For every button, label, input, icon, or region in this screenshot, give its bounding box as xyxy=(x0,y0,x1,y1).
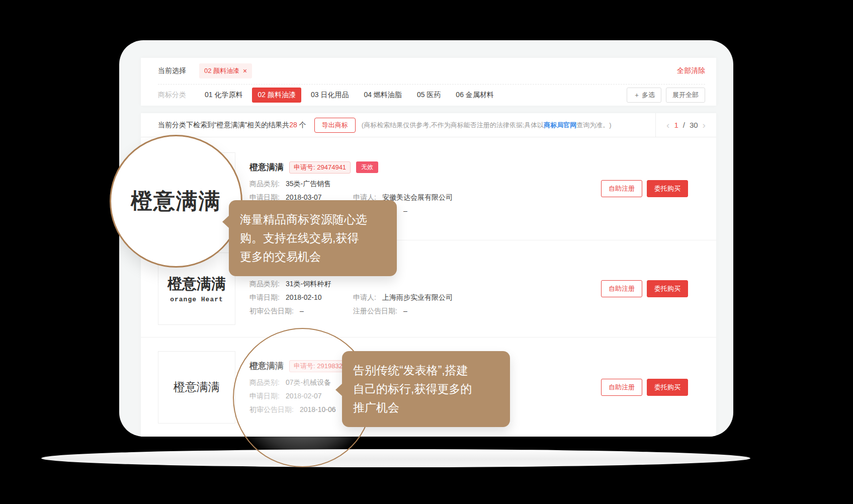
tooltip-line: 自己的标行,获得更多的 xyxy=(353,380,499,398)
results-summary-prefix: 当前分类下检索到“橙意满满”相关的结果共 xyxy=(158,121,289,129)
category-value: 31类-饲料种籽 xyxy=(286,280,331,289)
tooltip-line: 更多的交易机会 xyxy=(240,247,386,266)
tooltip-line: 推广机会 xyxy=(353,398,499,417)
disclaimer-note: (商标检索结果仅供参考,不作为商标能否注册的法律依据;具体以商标局官网查询为准。… xyxy=(362,121,612,130)
category-item-02-selected[interactable]: 02 颜料油漆 xyxy=(252,88,301,103)
page-separator: / xyxy=(683,121,685,129)
tooltip-arrow-icon xyxy=(222,215,229,228)
category-row: 商标分类 01 化学原料 02 颜料油漆 03 日化用品 04 燃料油脂 05 … xyxy=(158,85,705,106)
application-number-value: 29474941 xyxy=(317,163,346,171)
application-number-badge: 申请号: 29474941 xyxy=(289,161,351,174)
current-selection-label: 当前选择 xyxy=(158,66,186,75)
apply-date-value: 2018-02-10 xyxy=(286,293,322,301)
category-label: 商品类别: xyxy=(249,280,280,289)
tooltip-line: 告别传统“发表格”,搭建 xyxy=(353,361,499,380)
trademark-image-subtext: orange Heart xyxy=(170,296,223,303)
applicant-value: 上海雨步实业有限公司 xyxy=(382,293,453,302)
category-label: 商品类别: xyxy=(249,180,280,189)
results-summary: 当前分类下检索到“橙意满满”相关的结果共28 个 xyxy=(158,121,306,130)
category-item-01[interactable]: 01 化学原料 xyxy=(199,88,248,103)
category-item-04[interactable]: 04 燃料油脂 xyxy=(358,88,407,103)
tooltip-promotion: 告别传统“发表格”,搭建 自己的标行,获得更多的 推广机会 xyxy=(342,351,510,427)
status-badge: 无效 xyxy=(356,161,378,173)
row-actions: 自助注册 委托购买 xyxy=(601,379,688,396)
next-page-icon[interactable]: › xyxy=(703,120,706,131)
registration-publication-label: 注册公告日期: xyxy=(353,307,397,316)
apply-date-label: 申请日期: xyxy=(249,293,280,302)
disclaimer-prefix: (商标检索结果仅供参考,不作为商标能否注册的法律依据;具体以 xyxy=(362,121,544,129)
table-row: 橙意满满 orange Heart 橙意满满 申请号: 29482153 已注册… xyxy=(141,240,716,337)
category-item-06[interactable]: 06 金属材料 xyxy=(450,88,499,103)
entrust-purchase-button[interactable]: 委托购买 xyxy=(647,180,688,197)
tooltip-line: 购。支持在线交易,获得 xyxy=(240,229,386,247)
selected-filter-tag-label: 02 颜料油漆 xyxy=(204,66,239,75)
application-number-label: 申请号: xyxy=(294,163,315,171)
pagination: ‹ 1 / 30 › xyxy=(655,113,716,137)
row-actions: 自助注册 委托购买 xyxy=(601,280,688,297)
category-list: 01 化学原料 02 颜料油漆 03 日化用品 04 燃料油脂 05 医药 06… xyxy=(199,88,499,103)
entrust-purchase-button[interactable]: 委托购买 xyxy=(647,280,688,297)
category-item-05[interactable]: 05 医药 xyxy=(411,88,446,103)
remove-tag-icon[interactable]: × xyxy=(243,67,247,74)
registration-publication-value: – xyxy=(403,207,407,215)
clear-all-button[interactable]: 全部清除 xyxy=(677,66,705,75)
selected-filter-tag[interactable]: 02 颜料油漆 × xyxy=(199,63,252,78)
self-register-button[interactable]: 自助注册 xyxy=(601,280,642,297)
trademark-image: 橙意满满 xyxy=(158,351,235,424)
magnifier-circle: 橙意满满 xyxy=(110,135,242,268)
multi-select-button[interactable]: ＋ 多选 xyxy=(627,88,661,103)
category-item-03[interactable]: 03 日化用品 xyxy=(305,88,354,103)
self-register-button[interactable]: 自助注册 xyxy=(601,379,642,396)
tooltip-line: 海量精品商标资源随心选 xyxy=(240,210,386,229)
trademark-name: 橙意满满 xyxy=(249,161,284,173)
row-actions: 自助注册 委托购买 xyxy=(601,180,688,197)
registration-publication-value: – xyxy=(403,307,407,315)
tooltip-arrow-icon xyxy=(335,383,343,396)
results-header: 当前分类下检索到“橙意满满”相关的结果共28 个 导出商标 (商标检索结果仅供参… xyxy=(141,113,716,137)
filter-panel: 当前选择 02 颜料油漆 × 全部清除 商标分类 01 化学原料 02 颜料油漆… xyxy=(141,58,716,106)
disclaimer-suffix: 查询为准。) xyxy=(576,121,611,129)
export-trademarks-button[interactable]: 导出商标 xyxy=(314,118,356,133)
category-actions: ＋ 多选 展开全部 xyxy=(627,88,705,103)
trademark-office-link[interactable]: 商标局官网 xyxy=(544,121,576,129)
first-publication-label: 初审公告日期: xyxy=(249,307,294,316)
first-publication-value: – xyxy=(300,307,304,315)
category-value: 35类-广告销售 xyxy=(286,180,331,189)
laptop-base-shadow xyxy=(41,449,750,467)
expand-all-button[interactable]: 展开全部 xyxy=(666,88,705,103)
total-pages: 30 xyxy=(690,121,698,129)
current-page: 1 xyxy=(674,121,678,129)
current-selection-row: 当前选择 02 颜料油漆 × 全部清除 xyxy=(158,58,705,85)
results-summary-suffix: 个 xyxy=(297,121,306,129)
applicant-label: 申请人: xyxy=(353,293,376,302)
entrust-purchase-button[interactable]: 委托购买 xyxy=(647,379,688,396)
trademark-image-text: 橙意满满 xyxy=(167,274,226,294)
trademark-image-text: 橙意满满 xyxy=(174,379,220,395)
prev-page-icon[interactable]: ‹ xyxy=(666,120,669,131)
category-row-label: 商标分类 xyxy=(158,91,186,100)
results-count: 28 xyxy=(289,121,297,129)
magnified-trademark-text: 橙意满满 xyxy=(131,187,221,216)
tooltip-marketplace: 海量精品商标资源随心选 购。支持在线交易,获得 更多的交易机会 xyxy=(229,200,397,276)
self-register-button[interactable]: 自助注册 xyxy=(601,180,642,197)
